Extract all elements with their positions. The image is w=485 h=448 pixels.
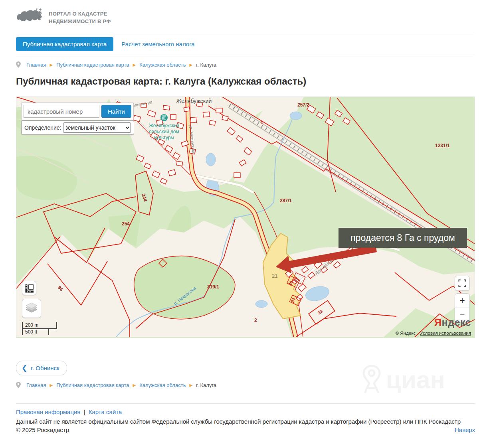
breadcrumb-region[interactable]: Калужская область <box>139 62 186 68</box>
map-scale: 200 m 500 ft <box>22 322 57 335</box>
breadcrumb-map[interactable]: Публичная кадастровая карта <box>56 62 129 68</box>
zoom-in-button[interactable]: + <box>455 294 469 308</box>
footer-link-separator: | <box>84 409 85 415</box>
sale-tooltip: продается 8 Га с прудом <box>339 228 467 248</box>
breadcrumb-separator-icon: ▶ <box>189 63 192 67</box>
search-button[interactable]: Найти <box>101 105 131 118</box>
poi-label: Желябужский <box>149 123 179 128</box>
breadcrumb-separator-icon: ▶ <box>133 383 136 387</box>
village-label: Желябужский <box>176 98 212 104</box>
breadcrumb-region[interactable]: Калужская область <box>139 382 186 388</box>
cian-watermark: циан <box>361 365 445 394</box>
breadcrumb-separator-icon: ▶ <box>133 63 136 67</box>
ruler-button[interactable] <box>22 281 36 295</box>
parcel-label: 257/2 <box>297 102 309 108</box>
layers-icon <box>25 302 38 315</box>
ruler-icon <box>24 283 34 293</box>
to-top-link[interactable]: Наверх <box>455 426 475 433</box>
scale-imperial: 500 ft <box>22 329 49 335</box>
parcel-label: 2 <box>254 318 257 323</box>
back-button-label: г. Обнинск <box>31 365 59 371</box>
sitemap-link[interactable]: Карта сайта <box>89 409 122 415</box>
breadcrumb-current: г. Калуга <box>196 382 216 388</box>
russia-map-logo-icon <box>16 8 43 27</box>
map-search: Найти <box>21 103 134 120</box>
disclaimer-text: Данный сайт не является официальным сайт… <box>16 418 465 426</box>
definition-label: Определение: <box>24 124 61 131</box>
layers-button[interactable] <box>22 299 41 318</box>
tabs-divider <box>16 55 475 55</box>
parcel-label: 319/1 <box>207 284 219 290</box>
cadastral-map[interactable]: Желябужский Школьная ул. ул. Некрасова Д… <box>16 97 475 338</box>
parcel-label: 21 <box>272 273 277 279</box>
copyright-text: © 2025 Роскадастр <box>16 426 69 433</box>
parcel-label: 1 <box>261 120 263 125</box>
breadcrumb-separator-icon: ▶ <box>49 63 53 67</box>
definition-select[interactable]: земельный участок <box>63 122 131 133</box>
breadcrumb-separator-icon: ▶ <box>49 383 53 387</box>
site-footer: Правовая информация | Карта сайта Данный… <box>16 403 475 442</box>
tab-public-cadastral-map[interactable]: Публичная кадастровая карта <box>16 37 113 51</box>
parcel-label: 254 <box>122 221 130 227</box>
tab-land-tax-calc[interactable]: Расчет земельного налога <box>121 41 194 47</box>
definition-filter: Определение: земельный участок <box>21 120 134 135</box>
fullscreen-button[interactable] <box>455 276 470 291</box>
attribution-copyright: © Яндекс <box>396 331 416 336</box>
breadcrumb-home[interactable]: Главная <box>26 62 46 68</box>
scale-metric: 200 m <box>22 322 57 329</box>
fullscreen-icon <box>458 279 467 288</box>
parcel-label: 287/1 <box>280 198 292 203</box>
back-to-obninsk-button[interactable]: ❮ г. Обнинск <box>16 361 67 375</box>
header-divider <box>16 33 475 33</box>
page-title: Публичная кадастровая карта: г. Калуга (… <box>16 76 475 87</box>
parcel-label: 1231/1 <box>435 143 450 148</box>
culture-house-poi-icon <box>160 114 168 121</box>
map-pin-icon <box>16 61 21 68</box>
breadcrumb-separator-icon: ▶ <box>189 383 192 387</box>
site-title: ПОРТАЛ О КАДАСТРЕ НЕДВИЖИМОСТИ В РФ <box>49 10 111 26</box>
yandex-logo: Яндекс <box>434 317 471 328</box>
map-attribution: © Яндекс Условия использования <box>396 331 471 336</box>
chevron-left-icon: ❮ <box>22 364 27 372</box>
breadcrumb-bottom: Главная ▶ Публичная кадастровая карта ▶ … <box>16 382 475 388</box>
breadcrumb-map[interactable]: Публичная кадастровая карта <box>56 382 129 388</box>
main-tabs: Публичная кадастровая карта Расчет земел… <box>16 37 475 51</box>
poi-label: сельский дом <box>149 129 179 134</box>
cian-pin-icon <box>361 365 382 394</box>
terms-of-use-link[interactable]: Условия использования <box>420 331 471 336</box>
breadcrumb-home[interactable]: Главная <box>26 382 46 388</box>
map-pin-icon <box>16 382 21 388</box>
poi-label: культуры <box>154 135 174 140</box>
breadcrumb: Главная ▶ Публичная кадастровая карта ▶ … <box>16 61 475 68</box>
breadcrumb-current: г. Калуга <box>196 62 216 68</box>
cadastral-number-input[interactable] <box>24 105 99 118</box>
site-header: ПОРТАЛ О КАДАСТРЕ НЕДВИЖИМОСТИ В РФ <box>16 0 475 27</box>
legal-info-link[interactable]: Правовая информация <box>16 409 80 415</box>
